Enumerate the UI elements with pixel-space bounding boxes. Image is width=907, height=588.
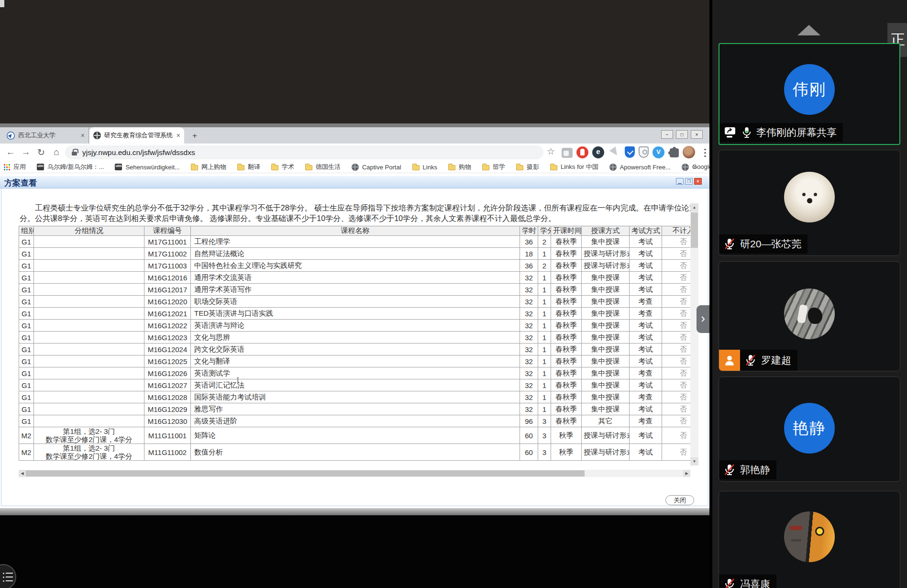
cell-excluded: 否 bbox=[662, 355, 691, 367]
bookmark-item[interactable]: Links bbox=[412, 164, 437, 171]
cell-hours: 96 bbox=[520, 415, 538, 427]
bookmark-label: 网上购物 bbox=[201, 163, 226, 171]
close-button[interactable]: 关闭 bbox=[665, 495, 694, 505]
cell-term: 春秋季 bbox=[551, 367, 582, 379]
avatar: 伟刚 bbox=[784, 64, 835, 115]
cell-group-info bbox=[34, 248, 144, 260]
cell-course-name: 雅思写作 bbox=[191, 403, 520, 415]
tab-close-icon[interactable]: × bbox=[81, 132, 85, 139]
bookmark-item[interactable]: Links for 中国 bbox=[550, 163, 598, 171]
cell-term: 春秋季 bbox=[551, 320, 582, 332]
bookmark-item[interactable]: 翻译 bbox=[237, 163, 260, 171]
extension-icon[interactable] bbox=[608, 146, 620, 158]
cell-group-info bbox=[34, 296, 144, 308]
window-minimize-button[interactable]: − bbox=[661, 130, 673, 139]
modal-minimize-button[interactable]: ▁ bbox=[676, 178, 684, 185]
modal-restore-button[interactable]: ❐ bbox=[685, 178, 693, 185]
forward-button[interactable]: → bbox=[19, 145, 33, 159]
scroll-left-button[interactable]: ◀ bbox=[19, 470, 26, 477]
bookmark-item[interactable]: 德国生活 bbox=[305, 163, 341, 171]
column-header: 授课方式 bbox=[582, 226, 630, 236]
bookmark-item[interactable]: 学术 bbox=[271, 163, 294, 171]
participant-tile-zhangxinguan[interactable]: 研20—张芯莞 bbox=[719, 150, 900, 256]
bookmark-item[interactable]: 网上购物 bbox=[191, 163, 226, 171]
floating-menu-button[interactable] bbox=[0, 564, 16, 588]
bookmark-item[interactable]: 购物 bbox=[448, 163, 471, 171]
window-maximize-button[interactable]: □ bbox=[676, 130, 688, 139]
bookmark-star-icon[interactable]: ☆ bbox=[547, 146, 555, 157]
extension-icon[interactable] bbox=[562, 148, 573, 158]
extension-icon[interactable] bbox=[670, 148, 679, 157]
cell-group: G1 bbox=[19, 236, 34, 248]
cell-course-code: M16G12028 bbox=[144, 391, 191, 403]
cell-excluded: 否 bbox=[662, 248, 691, 260]
horizontal-scrollbar[interactable]: ◀ ▶ bbox=[19, 470, 690, 477]
omnibox[interactable]: yjsjy.nwpu.edu.cn/jsfw/jsfw/dssdxs bbox=[65, 145, 543, 159]
collapse-panel-arrow[interactable] bbox=[797, 25, 820, 35]
extension-icon[interactable] bbox=[639, 146, 649, 158]
cell-group: G1 bbox=[19, 415, 34, 427]
browser-toolbar: ← → ↻ ⌂ yjsjy.nwpu.edu.cn/jsfw/jsfw/dssd… bbox=[0, 144, 709, 161]
cell-credits: 2 bbox=[538, 260, 551, 272]
bookmark-item[interactable]: 乌尔姆/新乌尔姆：... bbox=[37, 163, 104, 171]
side-panel-flap[interactable]: › bbox=[697, 305, 709, 333]
cell-course-code: M16G12016 bbox=[144, 272, 191, 284]
extension-icon[interactable] bbox=[576, 146, 588, 158]
window-close-button[interactable]: × bbox=[691, 130, 703, 139]
home-button[interactable]: ⌂ bbox=[50, 145, 63, 159]
cell-course-code: M16G12021 bbox=[144, 308, 191, 320]
bookmarks-overflow-chevron[interactable]: » bbox=[693, 162, 697, 170]
horizontal-scroll-thumb[interactable] bbox=[26, 470, 585, 477]
cell-credits: 1 bbox=[538, 344, 551, 355]
extension-icon[interactable] bbox=[699, 146, 711, 158]
participants-panel: 正 伟刚 李伟刚的屏幕共享 bbox=[712, 0, 907, 588]
vertical-scrollbar[interactable]: ▲ ▼ bbox=[690, 203, 698, 466]
table-row: G1 M16G12022 英语演讲与辩论 32 1 春秋季 集中授课 考试 bbox=[19, 320, 691, 332]
browser-tab-nwpu[interactable]: 西北工业大学 × bbox=[3, 127, 89, 144]
participant-tile-liweigang[interactable]: 伟刚 李伟刚的屏幕共享 bbox=[719, 43, 900, 145]
bookmark-icon bbox=[682, 164, 689, 171]
extension-icon[interactable] bbox=[653, 146, 664, 158]
bookmark-item[interactable]: Sehenswürdigkeit... bbox=[115, 164, 179, 171]
participant-name: 李伟刚的屏幕共享 bbox=[756, 126, 837, 139]
extension-icon[interactable] bbox=[625, 146, 635, 158]
tab-close-icon[interactable]: × bbox=[177, 132, 180, 139]
participant-tile-fengxikang[interactable]: 冯喜康 bbox=[719, 491, 900, 588]
cell-exam-mode: 考试 bbox=[630, 284, 662, 296]
bookmark-item[interactable]: 摄影 bbox=[516, 163, 539, 171]
avatar: 艳静 bbox=[784, 403, 835, 454]
bookmark-item[interactable]: Captive Portal bbox=[352, 164, 401, 171]
cell-course-name: 英语测试学 bbox=[191, 367, 520, 379]
extension-icon[interactable] bbox=[592, 146, 604, 158]
vertical-scroll-thumb[interactable] bbox=[691, 212, 698, 248]
cell-teaching-mode: 集中授课 bbox=[582, 403, 630, 415]
cell-term: 春秋季 bbox=[551, 332, 582, 344]
bookmark-icon bbox=[609, 164, 617, 171]
window-controls: − □ × bbox=[661, 130, 703, 139]
bookmark-item[interactable]: Apowersoft Free... bbox=[609, 164, 671, 171]
column-header: 学分 bbox=[538, 226, 551, 236]
back-button[interactable]: ← bbox=[4, 145, 17, 159]
bookmark-item[interactable]: 应用 bbox=[4, 163, 26, 171]
bookmark-item[interactable]: 留学 bbox=[482, 163, 505, 171]
browser-tab-yjsjy[interactable]: 研究生教育综合管理系统(教师版 × bbox=[89, 127, 184, 144]
cell-term: 春秋季 bbox=[551, 379, 582, 391]
cell-teaching-mode: 其它 bbox=[582, 415, 630, 427]
participant-tile-luojianchao[interactable]: 罗建超 bbox=[719, 261, 900, 371]
url-text[interactable]: yjsjy.nwpu.edu.cn/jsfw/jsfw/dssdxs bbox=[82, 148, 195, 157]
participant-tile-guoyanjing[interactable]: 艳静 郭艳静 bbox=[719, 377, 900, 482]
new-tab-button[interactable]: + bbox=[189, 131, 200, 141]
cell-exam-mode: 考查 bbox=[630, 367, 662, 379]
reload-button[interactable]: ↻ bbox=[34, 145, 48, 159]
scroll-up-button[interactable]: ▲ bbox=[690, 203, 698, 211]
scroll-right-button[interactable]: ▶ bbox=[683, 470, 690, 477]
cell-hours: 32 bbox=[520, 403, 538, 415]
modal-close-button[interactable]: × bbox=[694, 178, 702, 185]
cell-credits: 2 bbox=[538, 236, 551, 248]
lock-icon[interactable] bbox=[72, 152, 77, 155]
cell-credits: 1 bbox=[538, 296, 551, 308]
cell-course-name: 自然辩证法概论 bbox=[191, 248, 520, 260]
extension-icon[interactable] bbox=[683, 146, 695, 158]
scroll-down-button[interactable]: ▼ bbox=[690, 457, 698, 466]
mic-muted-icon bbox=[723, 238, 736, 250]
